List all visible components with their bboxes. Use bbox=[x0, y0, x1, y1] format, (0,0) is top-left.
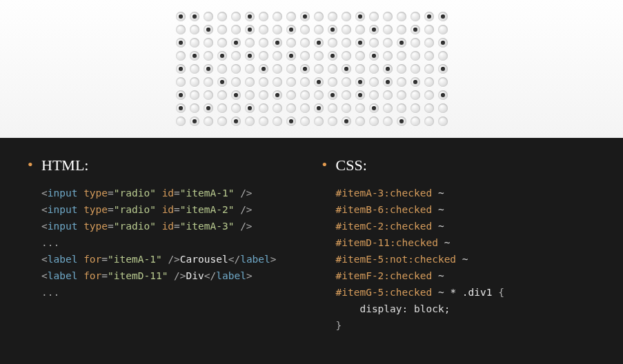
radio-dot bbox=[245, 51, 255, 61]
radio-dot bbox=[176, 25, 186, 34]
radio-dot bbox=[217, 117, 227, 126]
radio-dot bbox=[245, 38, 255, 48]
radio-dot bbox=[383, 12, 393, 21]
radio-dot bbox=[217, 90, 227, 100]
radio-dot bbox=[259, 90, 268, 100]
radio-dot bbox=[328, 103, 337, 113]
radio-dot bbox=[424, 12, 434, 21]
radio-dot bbox=[369, 25, 379, 34]
radio-dot bbox=[342, 90, 351, 100]
radio-dot bbox=[342, 12, 351, 21]
radio-dot bbox=[217, 38, 227, 48]
radio-dot bbox=[217, 64, 227, 74]
radio-dot bbox=[176, 77, 186, 87]
radio-dot bbox=[190, 103, 199, 113]
radio-dot bbox=[355, 64, 365, 74]
radio-dot bbox=[342, 77, 351, 87]
radio-dot bbox=[397, 64, 406, 74]
radio-dot bbox=[328, 117, 337, 126]
radio-grid bbox=[174, 10, 450, 128]
html-column: HTML: <input type="radio" id="itemA-1" /… bbox=[28, 157, 301, 364]
radio-dot bbox=[245, 25, 255, 34]
radio-dot bbox=[342, 103, 351, 113]
radio-dot bbox=[383, 90, 393, 100]
radio-dot bbox=[314, 103, 324, 113]
radio-dot bbox=[217, 103, 227, 113]
radio-dot bbox=[204, 12, 213, 21]
radio-dot bbox=[342, 64, 351, 74]
radio-dot bbox=[300, 103, 310, 113]
radio-dot bbox=[369, 38, 379, 48]
radio-dot bbox=[383, 117, 393, 126]
radio-dot bbox=[245, 64, 255, 74]
radio-dot bbox=[231, 90, 241, 100]
radio-dot bbox=[411, 51, 420, 61]
radio-dot bbox=[273, 90, 282, 100]
css-column: CSS: #itemA-3:checked ~ #itemB-6:checked… bbox=[322, 157, 596, 364]
radio-dot bbox=[204, 25, 213, 34]
radio-dot bbox=[355, 12, 365, 21]
radio-dot bbox=[204, 77, 213, 87]
html-code-block: <input type="radio" id="itemA-1" /> <inp… bbox=[28, 185, 301, 301]
radio-dot bbox=[328, 12, 337, 21]
radio-dot bbox=[355, 25, 365, 34]
radio-dot bbox=[259, 12, 268, 21]
radio-dot bbox=[383, 64, 393, 74]
radio-dot bbox=[328, 64, 337, 74]
radio-dot bbox=[273, 25, 282, 34]
radio-dot bbox=[286, 51, 296, 61]
radio-dot bbox=[369, 51, 379, 61]
radio-dot bbox=[300, 25, 310, 34]
radio-dot bbox=[355, 51, 365, 61]
radio-dot bbox=[231, 25, 241, 34]
radio-dot bbox=[438, 103, 448, 113]
radio-dot bbox=[176, 117, 186, 126]
radio-dot bbox=[314, 64, 324, 74]
radio-dot bbox=[286, 77, 296, 87]
radio-dot bbox=[190, 38, 199, 48]
radio-dot bbox=[314, 90, 324, 100]
radio-dot bbox=[438, 90, 448, 100]
radio-dot bbox=[204, 90, 213, 100]
radio-dot bbox=[314, 38, 324, 48]
radio-dot bbox=[328, 51, 337, 61]
radio-dot bbox=[217, 25, 227, 34]
css-heading: CSS: bbox=[322, 157, 596, 174]
radio-dot bbox=[245, 103, 255, 113]
radio-dot bbox=[245, 12, 255, 21]
radio-dot bbox=[438, 25, 448, 34]
radio-dot bbox=[259, 77, 268, 87]
radio-dot bbox=[328, 90, 337, 100]
radio-dot bbox=[300, 12, 310, 21]
radio-dot bbox=[342, 38, 351, 48]
radio-dot bbox=[424, 117, 434, 126]
radio-dot bbox=[231, 77, 241, 87]
radio-dot bbox=[217, 77, 227, 87]
radio-dot bbox=[176, 12, 186, 21]
css-code-block: #itemA-3:checked ~ #itemB-6:checked ~ #i… bbox=[322, 185, 596, 334]
radio-dot bbox=[314, 51, 324, 61]
radio-dot bbox=[259, 117, 268, 126]
radio-dot bbox=[314, 77, 324, 87]
radio-dot bbox=[355, 90, 365, 100]
radio-dot bbox=[411, 38, 420, 48]
radio-dot bbox=[300, 90, 310, 100]
radio-dot bbox=[300, 38, 310, 48]
radio-dot bbox=[286, 90, 296, 100]
radio-dot bbox=[217, 51, 227, 61]
radio-dot bbox=[424, 90, 434, 100]
radio-dot bbox=[273, 38, 282, 48]
radio-dot bbox=[176, 90, 186, 100]
radio-dot bbox=[411, 77, 420, 87]
radio-dot bbox=[273, 51, 282, 61]
radio-dot bbox=[300, 117, 310, 126]
radio-dot bbox=[190, 117, 199, 126]
radio-dot bbox=[397, 90, 406, 100]
radio-dot bbox=[259, 64, 268, 74]
radio-dot bbox=[314, 25, 324, 34]
radio-dot bbox=[438, 64, 448, 74]
radio-dot bbox=[273, 12, 282, 21]
radio-dot bbox=[259, 103, 268, 113]
radio-dot bbox=[383, 38, 393, 48]
radio-dot bbox=[190, 25, 199, 34]
